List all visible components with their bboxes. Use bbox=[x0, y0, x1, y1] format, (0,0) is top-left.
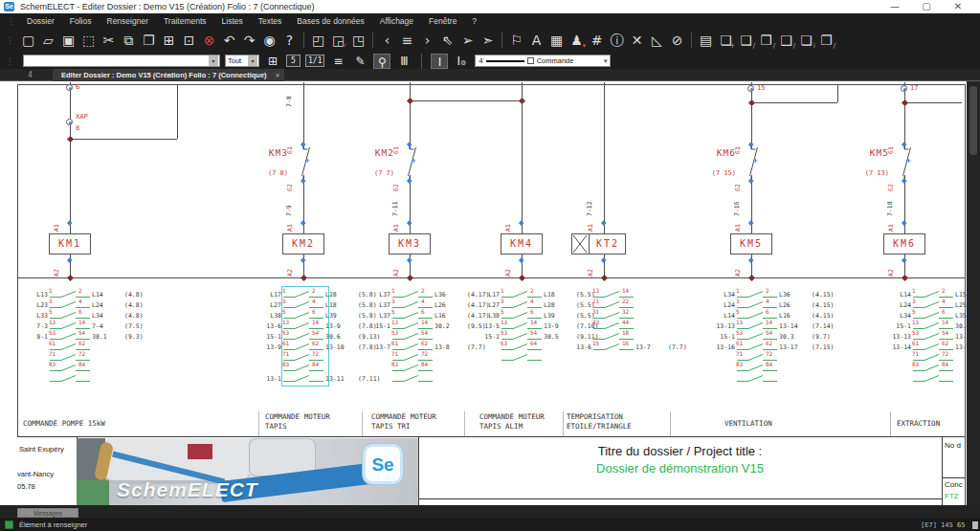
combo-dropdown-icon[interactable]: ▾ bbox=[209, 55, 218, 66]
mirror-contact-symbol bbox=[737, 300, 777, 310]
paste-icon[interactable]: ❐ bbox=[139, 30, 159, 51]
save-icon[interactable]: ▣ bbox=[58, 30, 78, 51]
menu-item-dossier[interactable]: Dossier bbox=[19, 16, 62, 26]
menu-item-help[interactable]: ? bbox=[464, 16, 484, 26]
insert-text-icon[interactable]: A bbox=[526, 30, 546, 51]
mirror-terminal-number: 13 bbox=[592, 287, 599, 294]
filter-input[interactable] bbox=[226, 56, 248, 65]
minimize-button[interactable]: — bbox=[882, 0, 907, 12]
mirror-location-ref: (4.15) bbox=[812, 312, 834, 320]
nc-contact-KM3[interactable] bbox=[294, 144, 313, 181]
note-info-icon[interactable]: ❏i bbox=[796, 30, 816, 51]
combo-dropdown-icon[interactable]: ▾ bbox=[248, 55, 257, 66]
nc-contact-KM5[interactable] bbox=[895, 144, 914, 181]
mirror-contact-symbol bbox=[737, 290, 777, 299]
note-move-icon[interactable]: ❑∕ bbox=[776, 30, 796, 51]
catalog-icon[interactable]: Ⅲ bbox=[395, 54, 412, 69]
schematic-canvas[interactable]: 6XAP8A1A2KM17-86162KM3(7 8)7-9A1A2KM2616… bbox=[0, 81, 967, 505]
close-button[interactable]: ✕ bbox=[946, 0, 970, 12]
scrollbar-thumb[interactable] bbox=[969, 86, 977, 155]
rail-junction-dot bbox=[518, 274, 524, 280]
wire-number: 7-12 bbox=[586, 201, 593, 216]
menu-item-traitements[interactable]: Traitements bbox=[156, 16, 214, 26]
coil-label: KM1 bbox=[49, 238, 91, 250]
tab-editer-dossier[interactable]: Editer Dossier : Demo V15 (Création) Fol… bbox=[53, 69, 284, 81]
copy-icon[interactable]: ⧉ bbox=[119, 30, 139, 51]
messages-clipboard-icon[interactable]: ▤ bbox=[696, 30, 716, 51]
nc-contact-KM2[interactable] bbox=[400, 144, 419, 181]
send-pointer-icon[interactable]: ➢ bbox=[457, 30, 478, 51]
menu-item-renseigner[interactable]: Renseigner bbox=[100, 16, 156, 26]
layers-icon[interactable]: ≡ bbox=[329, 54, 346, 69]
mirror-wire-label: 13-9 bbox=[544, 322, 559, 330]
mirror-wire-label: 13-15 bbox=[955, 343, 967, 351]
menu-item-bases-de-donnees[interactable]: Bases de données bbox=[289, 16, 371, 26]
nc-contact-KM6[interactable] bbox=[742, 144, 761, 181]
wire-type-combo[interactable]: 4 Commande ▾ bbox=[475, 55, 611, 67]
record-macro-icon[interactable]: ◉ bbox=[259, 30, 279, 51]
select-zone-icon[interactable]: ⬚ bbox=[78, 30, 99, 51]
note-edit-icon[interactable]: ❏∕ bbox=[736, 30, 756, 51]
contact-mirror-KT2[interactable]: 131421223132434418151613-613-7(7.7) bbox=[568, 289, 712, 358]
next-folio-icon[interactable]: › bbox=[417, 30, 437, 51]
window-folio-icon[interactable]: ◰ bbox=[308, 30, 328, 51]
folio-position-field[interactable]: 1/1 bbox=[305, 55, 324, 67]
menu-item-listes[interactable]: Listes bbox=[214, 16, 251, 26]
symbol-search-input[interactable] bbox=[24, 56, 209, 65]
symbol-search-combo[interactable]: ▾ bbox=[23, 55, 220, 67]
print-batch-icon[interactable]: ⊡ bbox=[179, 30, 199, 51]
messages-button[interactable]: Messages bbox=[17, 508, 78, 518]
toolbar-grip-icon: ⋮ bbox=[6, 56, 14, 66]
pointer-icon[interactable]: ⇖ bbox=[437, 30, 457, 51]
window-protect-icon[interactable]: ◳ bbox=[348, 30, 368, 51]
note-add-badge-icon: + bbox=[729, 43, 735, 50]
hide-attributes-icon[interactable]: ⊘ bbox=[667, 30, 687, 51]
wire-config-icon[interactable]: I⚙ bbox=[453, 54, 470, 69]
filter-combo[interactable]: ▾ bbox=[225, 55, 259, 67]
grid-icon[interactable]: # bbox=[587, 30, 607, 51]
wire-terminal-tick bbox=[68, 221, 73, 226]
mirror-terminal-number: 83 bbox=[282, 361, 289, 367]
folio-list-icon[interactable]: ≡ bbox=[397, 30, 417, 51]
scale-field[interactable]: 5 bbox=[286, 55, 301, 67]
grid-icon[interactable]: ⊞ bbox=[264, 54, 281, 69]
maximize-button[interactable]: ▢ bbox=[914, 0, 939, 12]
delete-icon[interactable]: ✕ bbox=[627, 30, 647, 51]
abort-icon[interactable]: ⊗ bbox=[199, 30, 219, 51]
lamp-icon[interactable]: ⚲ bbox=[373, 54, 390, 69]
print-icon[interactable]: ⊞ bbox=[159, 30, 179, 51]
symbol-grid-icon[interactable]: ▦ bbox=[546, 30, 567, 51]
menu-item-affichage[interactable]: Affichage bbox=[372, 16, 421, 26]
coil-terminal-label: A1 bbox=[887, 224, 895, 232]
right-scrollbar[interactable] bbox=[967, 81, 980, 505]
note-delete-icon[interactable]: ❐∕ bbox=[816, 30, 836, 51]
redo-icon[interactable]: ↷ bbox=[239, 30, 259, 51]
note-add-icon[interactable]: ❏+ bbox=[716, 30, 736, 51]
mirror-location-ref: (9.3) bbox=[124, 333, 144, 341]
mirror-terminal-number: 2 bbox=[942, 287, 946, 294]
information-icon[interactable]: ⓘ bbox=[607, 30, 627, 51]
move-symbol-icon[interactable]: ⚐ bbox=[506, 30, 526, 51]
previous-folio-icon[interactable]: ‹ bbox=[377, 30, 397, 51]
undo-icon[interactable]: ↶ bbox=[219, 30, 239, 51]
menu-item-fenetre[interactable]: Fenêtre bbox=[421, 16, 464, 26]
contact-name: KM2 bbox=[356, 148, 394, 158]
tab-close-icon[interactable]: ✕ bbox=[276, 69, 280, 81]
note-copy-icon[interactable]: ❐∕ bbox=[756, 30, 776, 51]
contact-mirror-KM6[interactable]: 12L14L1534L24L2556L34L35131415-130.45354… bbox=[888, 289, 967, 389]
wire-tool-icon[interactable]: I bbox=[431, 54, 448, 69]
send-pointer-alt-icon[interactable]: ➣ bbox=[478, 30, 498, 51]
supplier-database-icon[interactable]: ♟▾ bbox=[567, 30, 587, 51]
folio-indicator[interactable]: 4 bbox=[28, 71, 33, 79]
help-icon[interactable]: ? bbox=[279, 30, 300, 51]
open-folder-icon[interactable]: ▱ bbox=[38, 30, 58, 51]
pencil-icon[interactable]: ✎ bbox=[351, 54, 368, 69]
new-document-icon[interactable]: ▢ bbox=[18, 30, 38, 51]
menu-item-textes[interactable]: Textes bbox=[251, 16, 290, 26]
contact-mirror-KM5[interactable]: 12L34L36(4.15)34L24L26(4.15)56L14L16(4.1… bbox=[712, 289, 856, 389]
menu-item-folios[interactable]: Folios bbox=[62, 16, 100, 26]
window-validate-icon[interactable]: ◲✓ bbox=[328, 30, 348, 51]
contact-mirror-KM1[interactable]: 12L13L14(4.8)34L23L24(4.8)56L33L34(4.8)1… bbox=[25, 289, 168, 389]
cut-icon[interactable]: ✂ bbox=[99, 30, 119, 51]
measure-angle-icon[interactable]: ◺ bbox=[647, 30, 667, 51]
